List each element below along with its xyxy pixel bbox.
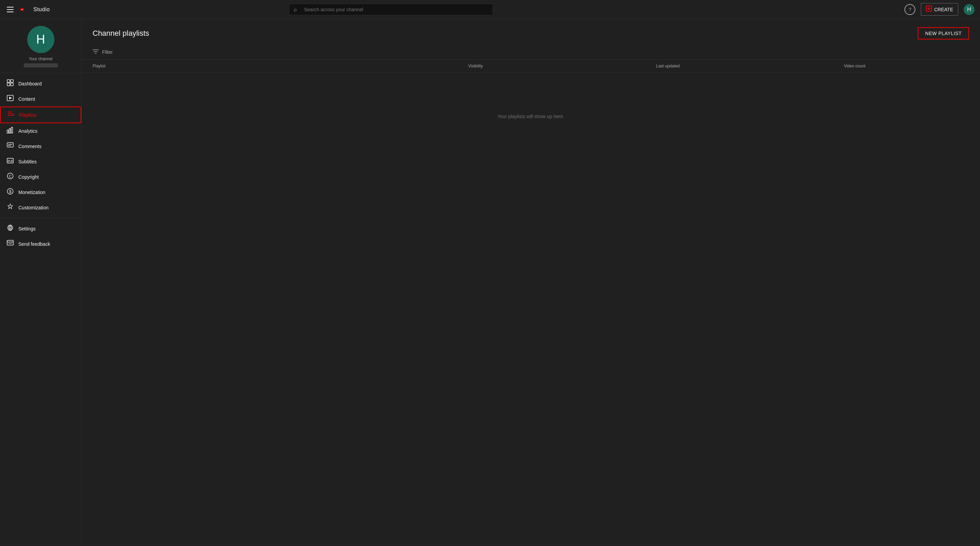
filter-bar: Filter: [82, 45, 980, 60]
filter-label[interactable]: Filter: [102, 49, 113, 55]
sidebar-item-send-feedback[interactable]: Send feedback: [0, 236, 81, 252]
logo[interactable]: Studio: [21, 6, 50, 13]
create-button[interactable]: CREATE: [921, 3, 958, 16]
svg-rect-7: [7, 83, 10, 86]
svg-rect-16: [9, 129, 11, 133]
svg-text:$: $: [9, 189, 11, 194]
sidebar-item-dashboard[interactable]: Dashboard: [0, 76, 81, 91]
playlists-icon: [8, 111, 14, 119]
svg-rect-6: [11, 80, 13, 83]
page-header: Channel playlists NEW PLAYLIST: [82, 19, 980, 45]
comments-icon: [7, 142, 14, 150]
sidebar-item-comments[interactable]: Comments: [0, 138, 81, 154]
col-header-video-count: Video count: [844, 64, 969, 68]
search-icon: ⌕: [294, 6, 297, 13]
table-header: Playlist Visibility Last updated Video c…: [82, 60, 980, 73]
create-icon: [926, 5, 932, 13]
header-right: ? CREATE H: [904, 3, 975, 16]
settings-label: Settings: [18, 226, 36, 231]
empty-message: Your playlists will show up here.: [497, 114, 564, 119]
dashboard-icon: [7, 79, 14, 88]
sidebar-item-settings[interactable]: Settings: [0, 221, 81, 236]
svg-text:C: C: [9, 174, 11, 178]
body-layout: H Your channel Dashboard: [0, 19, 980, 546]
user-avatar[interactable]: H: [964, 4, 975, 15]
channel-label: Your channel: [29, 57, 53, 61]
analytics-label: Analytics: [18, 128, 37, 134]
sidebar-item-analytics[interactable]: Analytics: [0, 123, 81, 138]
subtitles-label: Subtitles: [18, 159, 37, 164]
studio-label: Studio: [33, 6, 50, 13]
sidebar-item-content[interactable]: Content: [0, 91, 81, 107]
svg-rect-5: [7, 80, 10, 83]
col-header-last-updated: Last updated: [656, 64, 844, 68]
svg-point-30: [9, 227, 11, 229]
svg-marker-14: [13, 113, 14, 116]
sidebar-item-customization[interactable]: Customization: [0, 200, 81, 215]
hamburger-menu[interactable]: [5, 5, 15, 14]
settings-icon: [7, 224, 14, 233]
svg-rect-8: [11, 83, 13, 86]
sidebar: H Your channel Dashboard: [0, 19, 82, 546]
create-label: CREATE: [934, 7, 953, 12]
comments-label: Comments: [18, 144, 41, 149]
content-label: Content: [18, 96, 35, 102]
nav-items: Dashboard Content: [0, 73, 81, 546]
channel-name-blurred: [24, 63, 58, 67]
svg-rect-31: [7, 240, 13, 245]
empty-state: Your playlists will show up here.: [82, 73, 980, 160]
col-header-playlist: Playlist: [92, 64, 468, 68]
sidebar-item-copyright[interactable]: C Copyright: [0, 169, 81, 185]
customization-icon: [7, 203, 14, 212]
analytics-icon: [7, 127, 14, 135]
top-header: Studio ⌕ ? CREATE H: [0, 0, 980, 19]
page-title: Channel playlists: [92, 29, 149, 38]
dashboard-label: Dashboard: [18, 81, 42, 86]
header-left: Studio: [5, 5, 80, 14]
main-content: Channel playlists NEW PLAYLIST Filter Pl…: [82, 19, 980, 546]
help-button[interactable]: ?: [904, 4, 915, 15]
search-input[interactable]: [289, 4, 493, 15]
copyright-label: Copyright: [18, 174, 39, 180]
copyright-icon: C: [7, 173, 14, 181]
send-feedback-label: Send feedback: [18, 241, 50, 247]
col-header-visibility: Visibility: [468, 64, 656, 68]
svg-rect-21: [7, 158, 13, 163]
svg-rect-18: [7, 143, 13, 147]
monetization-label: Monetization: [18, 189, 45, 195]
search-bar-container: ⌕: [289, 4, 493, 15]
channel-info: H Your channel: [0, 19, 81, 73]
sidebar-item-playlists[interactable]: Playlists: [0, 107, 81, 123]
subtitles-icon: [7, 157, 14, 166]
youtube-icon: [21, 6, 31, 13]
sidebar-item-monetization[interactable]: $ Monetization: [0, 185, 81, 200]
channel-avatar[interactable]: H: [27, 26, 54, 53]
playlists-label: Playlists: [19, 112, 37, 118]
customization-label: Customization: [18, 205, 49, 210]
feedback-icon: [7, 240, 14, 248]
svg-rect-15: [7, 130, 8, 133]
content-icon: [7, 95, 14, 103]
monetization-icon: $: [7, 188, 14, 196]
new-playlist-button[interactable]: NEW PLAYLIST: [918, 27, 969, 40]
filter-icon: [92, 49, 99, 55]
sidebar-item-subtitles[interactable]: Subtitles: [0, 154, 81, 169]
svg-marker-10: [9, 97, 12, 99]
svg-rect-17: [11, 127, 13, 133]
